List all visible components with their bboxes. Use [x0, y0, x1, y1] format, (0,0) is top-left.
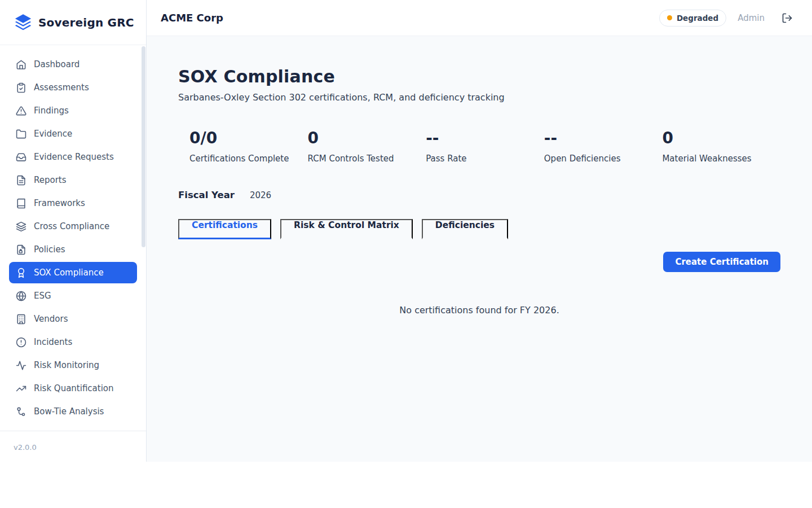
actions-row: Create Certification	[178, 252, 780, 272]
stat-label: Certifications Complete	[189, 154, 308, 164]
sidebar-item-label: Policies	[34, 244, 65, 255]
alert-circle-icon	[16, 337, 27, 348]
sidebar-item-dashboard[interactable]: Dashboard	[9, 54, 137, 75]
bowtie-icon	[16, 406, 27, 417]
sidebar-item-label: Frameworks	[34, 198, 85, 208]
sidebar-item-assessments[interactable]: Assessments	[9, 77, 137, 98]
stat-value: 0/0	[189, 129, 308, 147]
log-out-icon[interactable]	[782, 12, 793, 24]
clipboard-check-icon	[16, 82, 27, 93]
sidebar-nav: Dashboard Assessments Findings Evidence …	[0, 45, 146, 431]
sidebar-item-evidence[interactable]: Evidence	[9, 123, 137, 144]
stat-open-deficiencies: -- Open Deficiencies	[544, 129, 663, 164]
file-text-icon	[16, 175, 27, 186]
page-title: SOX Compliance	[178, 67, 780, 86]
award-icon	[16, 268, 27, 278]
stat-value: --	[426, 129, 544, 147]
stat-label: Open Deficiencies	[544, 154, 663, 164]
sidebar-item-evidence-requests[interactable]: Evidence Requests	[9, 146, 137, 168]
sidebar-item-label: SOX Compliance	[34, 268, 104, 278]
status-label: Degraded	[677, 14, 718, 23]
tab-certifications[interactable]: Certifications	[178, 219, 271, 239]
stat-material-weaknesses: 0 Material Weaknesses	[662, 129, 780, 164]
fiscal-year-label: Fiscal Year	[178, 190, 235, 200]
sidebar-item-label: Vendors	[34, 314, 68, 324]
sidebar-item-label: Cross Compliance	[34, 221, 109, 231]
app-version: v2.0.0	[14, 443, 37, 452]
folder-icon	[16, 129, 27, 139]
stat-value: 0	[662, 129, 780, 147]
empty-state-message: No certifications found for FY 2026.	[178, 305, 780, 316]
sidebar-item-label: Evidence	[34, 129, 72, 139]
sidebar-item-esg[interactable]: ESG	[9, 285, 137, 306]
page-subtitle: Sarbanes-Oxley Section 302 certification…	[178, 92, 780, 103]
sidebar-item-label: Bow-Tie Analysis	[34, 406, 104, 417]
sidebar-item-label: Risk Quantification	[34, 383, 114, 393]
sidebar-item-incidents[interactable]: Incidents	[9, 331, 137, 353]
building-icon	[16, 314, 27, 325]
stat-rcm-controls-tested: 0 RCM Controls Tested	[308, 129, 426, 164]
stat-pass-rate: -- Pass Rate	[426, 129, 544, 164]
sidebar-item-label: Reports	[34, 175, 67, 185]
sidebar-item-label: Evidence Requests	[34, 152, 114, 162]
trending-up-icon	[16, 383, 27, 394]
admin-link[interactable]: Admin	[738, 13, 765, 23]
sidebar-item-label: Assessments	[34, 82, 89, 93]
sidebar-item-label: Dashboard	[34, 59, 80, 69]
sidebar-scrollbar[interactable]	[142, 46, 145, 247]
stat-label: Pass Rate	[426, 154, 544, 164]
sidebar-item-cross-compliance[interactable]: Cross Compliance	[9, 216, 137, 237]
sidebar-item-findings[interactable]: Findings	[9, 100, 137, 121]
status-dot-icon	[667, 15, 672, 20]
activity-icon	[16, 360, 27, 371]
stat-value: --	[544, 129, 663, 147]
main-area: ACME Corp Degraded Admin SOX Compliance …	[147, 0, 812, 462]
globe-icon	[16, 291, 27, 301]
book-icon	[16, 198, 27, 209]
sidebar-item-reports[interactable]: Reports	[9, 169, 137, 191]
layers-icon	[16, 221, 27, 232]
tab-risk-control-matrix[interactable]: Risk & Control Matrix	[280, 219, 413, 239]
stats-row: 0/0 Certifications Complete 0 RCM Contro…	[178, 129, 780, 164]
sidebar-item-label: Incidents	[34, 337, 72, 347]
brand-name: Sovereign GRC	[38, 16, 134, 29]
org-name: ACME Corp	[161, 12, 223, 24]
home-icon	[16, 59, 27, 70]
status-badge: Degraded	[659, 10, 726, 27]
sidebar-item-label: Risk Monitoring	[34, 360, 99, 370]
stat-label: RCM Controls Tested	[308, 154, 426, 164]
page-content: SOX Compliance Sarbanes-Oxley Section 30…	[147, 36, 812, 316]
stat-certifications-complete: 0/0 Certifications Complete	[189, 129, 308, 164]
sidebar-item-vendors[interactable]: Vendors	[9, 308, 137, 330]
sidebar-item-risk-monitoring[interactable]: Risk Monitoring	[9, 354, 137, 376]
sidebar-item-bow-tie-analysis[interactable]: Bow-Tie Analysis	[9, 401, 137, 422]
sidebar-footer: v2.0.0	[0, 431, 146, 462]
file-lock-icon	[16, 244, 27, 255]
alert-triangle-icon	[16, 106, 27, 116]
create-certification-button[interactable]: Create Certification	[663, 252, 780, 272]
stat-value: 0	[308, 129, 426, 147]
sidebar-item-frameworks[interactable]: Frameworks	[9, 192, 137, 214]
tab-deficiencies[interactable]: Deficiencies	[422, 219, 508, 239]
sidebar-item-label: ESG	[34, 291, 51, 301]
sidebar-item-label: Findings	[34, 106, 69, 116]
stat-label: Material Weaknesses	[662, 154, 780, 164]
sidebar-item-sox-compliance[interactable]: SOX Compliance	[9, 262, 137, 283]
app-window: Sovereign GRC Dashboard Assessments Find…	[0, 0, 812, 462]
layers-logo-icon	[14, 13, 33, 32]
inbox-icon	[16, 152, 27, 163]
top-header: ACME Corp Degraded Admin	[147, 0, 812, 36]
sidebar: Sovereign GRC Dashboard Assessments Find…	[0, 0, 147, 462]
tab-bar: Certifications Risk & Control Matrix Def…	[178, 219, 780, 239]
sidebar-header: Sovereign GRC	[0, 0, 146, 45]
sidebar-item-risk-quantification[interactable]: Risk Quantification	[9, 378, 137, 399]
fiscal-year-row: Fiscal Year 2026	[178, 190, 780, 200]
fiscal-year-select[interactable]: 2026	[250, 190, 271, 200]
sidebar-item-policies[interactable]: Policies	[9, 239, 137, 260]
